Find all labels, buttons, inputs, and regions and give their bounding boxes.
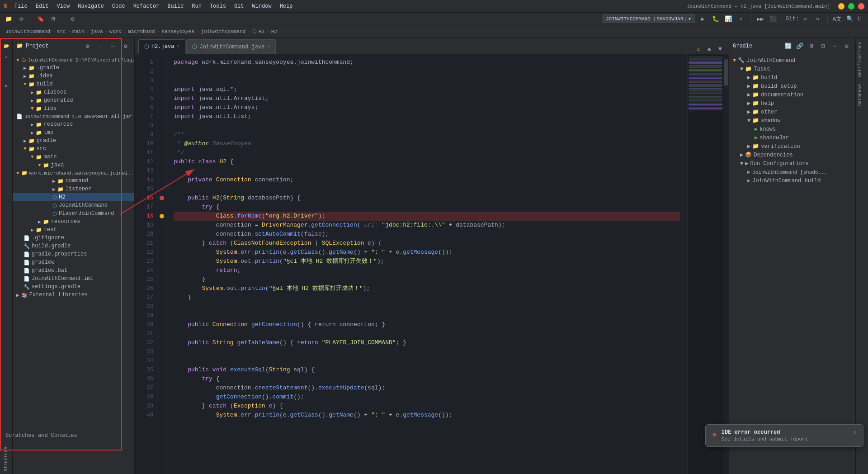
settings-button[interactable]: ⚙: [16, 14, 26, 24]
gradle-item-shadowjar[interactable]: ▶ shadowJar: [729, 133, 855, 142]
scroll-down-btn[interactable]: ▼: [715, 44, 725, 54]
breadcrumb-project[interactable]: JoinWithCommand: [5, 29, 50, 34]
tree-item-jar[interactable]: 📄 JoinWithCommand-1.0-SNAPSHOT-all.jar: [13, 113, 134, 120]
error-subtitle[interactable]: See details and submit report: [722, 436, 849, 442]
bookmark-button[interactable]: 🔖: [36, 14, 46, 24]
project-more-btn[interactable]: ⚙: [121, 41, 131, 51]
translate-button[interactable]: A文: [832, 14, 842, 24]
close-button[interactable]: [858, 3, 864, 9]
menu-tools[interactable]: Tools: [206, 2, 230, 10]
tree-item-resources[interactable]: ▶ 📁 resources: [13, 120, 134, 128]
database-label[interactable]: Database: [856, 81, 868, 109]
stop-button[interactable]: ⬛: [768, 14, 778, 24]
search-button[interactable]: 🔍: [845, 14, 855, 24]
breadcrumb-work[interactable]: work: [109, 29, 121, 34]
tree-item-gradle-props[interactable]: 📄 gradle.properties: [13, 250, 134, 258]
tree-item-gradle[interactable]: ▶ 📁 .gradle: [13, 64, 134, 72]
notifications-label[interactable]: Notifications: [856, 38, 868, 81]
breadcrumb-microhand[interactable]: microhand: [128, 29, 155, 34]
redo-button[interactable]: ↪: [813, 14, 823, 24]
error-close-btn[interactable]: ×: [853, 429, 857, 436]
gradle-item-knows[interactable]: ▶ knows: [729, 125, 855, 133]
gradle-item-documentation[interactable]: ▶ 📁 documentation: [729, 90, 855, 99]
structure-icon[interactable]: ≡: [2, 81, 11, 90]
debug-button[interactable]: 🐛: [711, 14, 721, 24]
code-content[interactable]: package work.microhand.sanseyooyea.joinw…: [166, 54, 687, 474]
tree-item-src[interactable]: ▼ 📁 src: [13, 145, 134, 153]
undo-button[interactable]: ↩: [800, 14, 810, 24]
breadcrumb-main[interactable]: main: [72, 29, 84, 34]
gradle-more-btn[interactable]: ⋯: [830, 41, 840, 51]
tree-item-listener[interactable]: ▶ 📁 listener: [13, 185, 134, 193]
tree-item-java-dir[interactable]: ▼ 📁 java: [13, 161, 134, 169]
menu-refactor[interactable]: Refactor: [130, 2, 163, 10]
menu-help[interactable]: Help: [276, 2, 297, 10]
coverage-button[interactable]: 📊: [723, 14, 733, 24]
project-collapse-btn[interactable]: —: [95, 41, 105, 51]
breadcrumb-h2[interactable]: H2: [259, 29, 264, 34]
gradle-item-run-configs[interactable]: ▼ ▶ Run Configurations: [729, 159, 855, 168]
breadcrumb-java[interactable]: java: [91, 29, 103, 34]
gradle-collapse-btn[interactable]: ⊟: [818, 41, 828, 51]
tree-item-classes[interactable]: ▶ 📁 classes: [13, 88, 134, 96]
breadcrumb-h2-method[interactable]: H2: [271, 29, 277, 34]
breakpoint-16[interactable]: [157, 194, 166, 203]
tab-joinwithcommand-java[interactable]: ⬡ JoinWithCommand.java ×: [186, 39, 276, 54]
breadcrumb-sanseyooyea[interactable]: sanseyooyea: [161, 29, 194, 34]
tree-item-root[interactable]: ▼ 🗂 JoinWithCommand D:\MC\MinecraftPlugi…: [13, 56, 134, 64]
tree-item-iml[interactable]: 📄 JoinWithCommand.iml: [13, 275, 134, 283]
run-again-button[interactable]: ▶▶: [755, 14, 765, 24]
breadcrumb-src[interactable]: src: [57, 29, 66, 34]
tree-item-joinwithcommand[interactable]: ⬡ JoinWithCommand: [13, 201, 134, 209]
menu-run[interactable]: Run: [188, 2, 205, 10]
gradle-expand-btn[interactable]: ⊞: [807, 41, 816, 51]
tree-item-res2[interactable]: ▶ 📁 resources: [13, 218, 134, 226]
warning-indicator[interactable]: ⚠: [693, 44, 703, 54]
tree-item-libs[interactable]: ▼ 📁 libs: [13, 104, 134, 113]
tree-item-gradlew-bat[interactable]: 📄 gradlew.bat: [13, 266, 134, 275]
menu-navigate[interactable]: Navigate: [74, 2, 108, 10]
scratches-label[interactable]: Scratches and Consoles: [5, 432, 77, 439]
tree-item-generated[interactable]: ▶ 📁 generated: [13, 96, 134, 104]
gradle-item-help[interactable]: ▶ 📁 help: [729, 99, 855, 108]
maximize-button[interactable]: [848, 3, 854, 9]
menu-code[interactable]: Code: [108, 2, 129, 10]
gradle-item-dependencies[interactable]: ▶ 📦 Dependencies: [729, 151, 855, 159]
tree-item-gradle-dir[interactable]: ▶ 📁 gradle: [13, 137, 134, 145]
gradle-item-run-config-2[interactable]: ▶ JoinWithCommand build: [729, 176, 855, 185]
tree-item-gradlew[interactable]: 📄 gradlew: [13, 258, 134, 266]
gradle-refresh-btn[interactable]: 🔄: [783, 41, 793, 51]
git-button[interactable]: Git:: [788, 14, 797, 24]
profile-button[interactable]: ⚡: [736, 14, 746, 24]
tree-item-command[interactable]: ▶ 📁 command: [13, 177, 134, 185]
gradle-item-build-setup[interactable]: ▶ 📁 build setup: [729, 82, 855, 90]
menu-file[interactable]: File: [11, 2, 31, 10]
run-config-selector[interactable]: JOINWITHCOMMAND [SHADOWJAR] ▾: [602, 14, 695, 23]
gradle-item-other[interactable]: ▶ 📁 other: [729, 108, 855, 116]
tab-h2-close[interactable]: ×: [177, 44, 179, 49]
menu-git[interactable]: Git: [231, 2, 248, 10]
tree-item-package[interactable]: ▼ 📁 work.microhand.sanseyooyea.joinwi...: [13, 169, 134, 177]
vertical-scrollbar[interactable]: [723, 54, 729, 474]
commit-icon[interactable]: ✓: [2, 52, 11, 62]
code-editor[interactable]: 1 2 3 4 5 6 7 8 9 10 11 12 13 14 15 16 1…: [135, 54, 729, 474]
tree-item-gitignore[interactable]: 📄 .gitignore: [13, 234, 134, 242]
tree-item-build-gradle[interactable]: 🔧 build.gradle: [13, 242, 134, 250]
gradle-item-build[interactable]: ▶ 📁 build: [729, 73, 855, 82]
tree-item-main[interactable]: ▼ 📁 main: [13, 153, 134, 161]
tree-item-idea[interactable]: ▶ 📁 .idea: [13, 72, 134, 80]
tree-item-test[interactable]: ▶ 📁 test: [13, 226, 134, 234]
tree-item-settings-gradle[interactable]: 🔧 settings.gradle: [13, 283, 134, 291]
minimize-button[interactable]: [838, 3, 844, 9]
tab-h2-java[interactable]: ⬡ H2.java ×: [138, 39, 185, 54]
gradle-item-shadow[interactable]: ▼ 📁 shadow: [729, 116, 855, 125]
gradle-settings-btn[interactable]: ⚙: [842, 41, 852, 51]
menu-edit[interactable]: Edit: [32, 2, 52, 10]
gradle-item-verification[interactable]: ▶ 📁 verification: [729, 142, 855, 151]
run-button[interactable]: ▶: [698, 14, 708, 24]
menu-window[interactable]: Window: [249, 2, 275, 10]
tree-item-tmp[interactable]: ▶ 📁 tmp: [13, 128, 134, 137]
project-settings-btn[interactable]: ⚙: [83, 41, 93, 51]
tree-item-h2[interactable]: ⬡ H2: [13, 193, 134, 201]
project-tree-button[interactable]: 📁: [4, 14, 14, 24]
